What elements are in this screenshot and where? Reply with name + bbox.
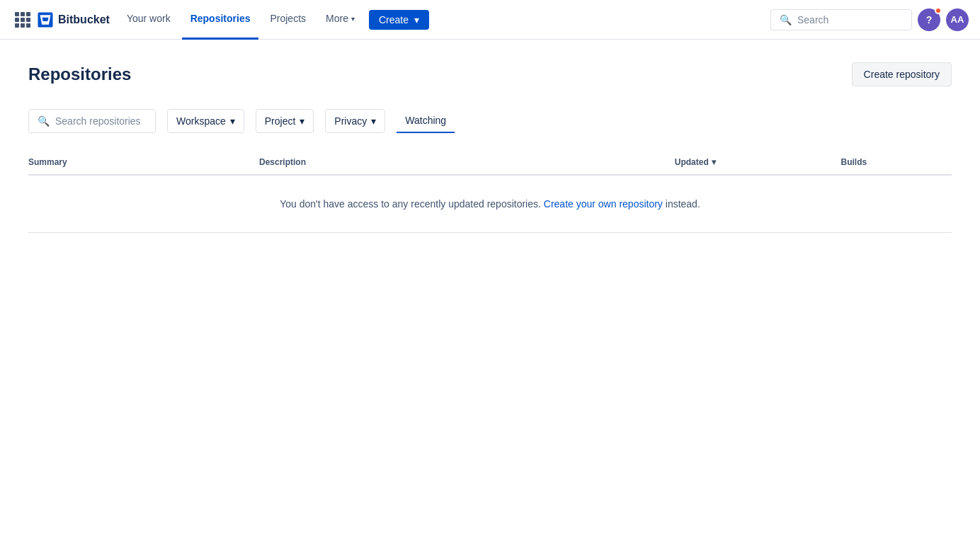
more-chevron-icon: ▾ — [351, 15, 355, 23]
col-header-builds: Builds — [841, 150, 952, 175]
bitbucket-logo-icon — [37, 11, 54, 28]
search-repos-icon: 🔍 — [38, 115, 50, 127]
top-navigation: Bitbucket Your work Repositories Project… — [0, 0, 980, 40]
project-chevron-icon: ▾ — [300, 115, 304, 127]
privacy-chevron-icon: ▾ — [371, 115, 376, 127]
empty-state-cell: You don't have access to any recently up… — [28, 175, 952, 233]
page-header: Repositories Create repository — [28, 62, 952, 86]
updated-sort-chevron-icon: ▾ — [712, 157, 716, 167]
page-title: Repositories — [28, 64, 131, 84]
create-button[interactable]: Create ▾ — [369, 10, 429, 30]
search-icon: 🔍 — [780, 14, 792, 25]
bitbucket-logo[interactable]: Bitbucket — [37, 11, 110, 28]
col-header-updated[interactable]: Updated ▾ — [675, 150, 841, 175]
filter-row: 🔍 Workspace ▾ Project ▾ Privacy ▾ Watchi… — [28, 109, 952, 133]
table-body: You don't have access to any recently up… — [28, 175, 952, 233]
help-button[interactable]: ? — [918, 8, 940, 31]
privacy-filter[interactable]: Privacy ▾ — [325, 109, 385, 133]
nav-repositories[interactable]: Repositories — [182, 0, 259, 40]
table-header: Summary Description Updated ▾ Builds — [28, 150, 952, 175]
watching-filter[interactable]: Watching — [397, 109, 455, 133]
app-switcher-icon[interactable] — [11, 8, 34, 31]
col-header-summary: Summary — [28, 150, 259, 175]
search-repos-input-container[interactable]: 🔍 — [28, 109, 156, 133]
bitbucket-logo-text: Bitbucket — [58, 13, 110, 26]
search-repos-input[interactable] — [55, 115, 147, 127]
empty-state-row: You don't have access to any recently up… — [28, 175, 952, 233]
nav-left: Bitbucket Your work Repositories Project… — [11, 0, 429, 40]
global-search-box[interactable]: 🔍 Search — [770, 9, 912, 30]
workspace-chevron-icon: ▾ — [230, 115, 235, 127]
nav-more[interactable]: More ▾ — [317, 0, 363, 40]
help-notification-badge — [935, 7, 942, 14]
col-header-description: Description — [259, 150, 675, 175]
user-avatar[interactable]: AA — [946, 8, 969, 31]
workspace-filter[interactable]: Workspace ▾ — [167, 109, 244, 133]
help-icon: ? — [926, 14, 933, 25]
nav-projects[interactable]: Projects — [261, 0, 314, 40]
nav-right: 🔍 Search ? AA — [770, 8, 969, 31]
create-own-repo-link[interactable]: Create your own repository — [544, 198, 663, 210]
nav-your-work[interactable]: Your work — [118, 0, 179, 40]
repositories-table: Summary Description Updated ▾ Builds — [28, 150, 952, 233]
main-content: Repositories Create repository 🔍 Workspa… — [0, 40, 980, 256]
search-placeholder-text: Search — [797, 14, 828, 25]
project-filter[interactable]: Project ▾ — [256, 109, 314, 133]
create-repository-button[interactable]: Create repository — [852, 62, 952, 86]
